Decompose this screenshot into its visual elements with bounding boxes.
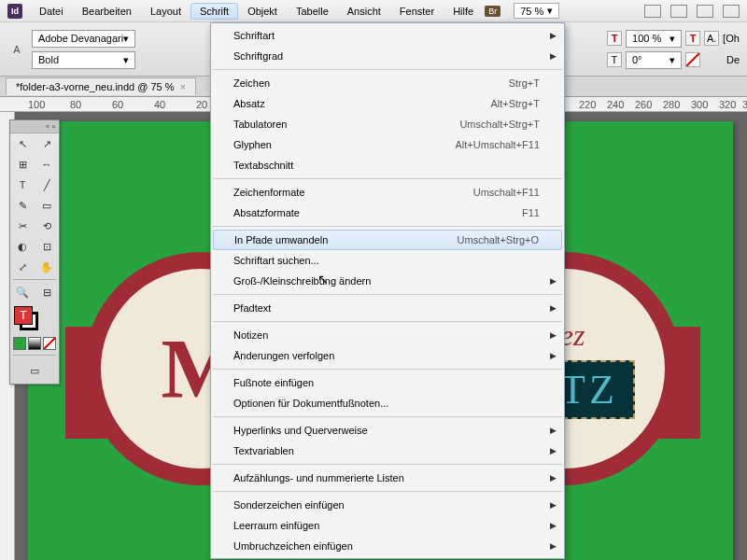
menu-datei[interactable]: Datei (30, 3, 73, 20)
menu-item-textabschnitt[interactable]: Textabschnitt (211, 155, 564, 175)
menu-item-label: Textabschnitt (233, 160, 293, 171)
direct-selection-tool[interactable]: ↗ (35, 133, 59, 154)
menu-item-label: Zeichenformate (233, 187, 304, 198)
toolbox-header[interactable]: « × (10, 120, 59, 133)
submenu-arrow-icon: ▶ (550, 303, 557, 313)
submenu-arrow-icon: ▶ (550, 521, 557, 530)
zoom-value: 75 % (520, 6, 543, 17)
menu-item-zeichenformate[interactable]: ZeichenformateUmschalt+F11 (211, 182, 564, 203)
bridge-badge[interactable]: Br (485, 6, 500, 17)
zoom-level-field[interactable]: 75 % ▾ (514, 3, 559, 19)
view-mode-button[interactable]: ▭ (22, 360, 47, 381)
scale-field[interactable]: 100 %▾ (626, 30, 682, 48)
menu-shortcut: Alt+Umschalt+F11 (456, 139, 540, 150)
apply-gradient-swatch[interactable] (28, 337, 41, 350)
menu-item-absatz[interactable]: AbsatzAlt+Strg+T (211, 93, 564, 114)
submenu-arrow-icon: ▶ (550, 446, 557, 455)
apply-color-swatch[interactable] (13, 337, 26, 350)
menu-item-label: Absatz (233, 98, 265, 109)
char-style-icon[interactable]: A. (704, 31, 719, 46)
hand-tool[interactable]: ✋ (35, 257, 59, 277)
menu-item-schriftart[interactable]: Schriftart▶ (211, 25, 564, 46)
menu-item-textvariablen[interactable]: Textvariablen▶ (211, 441, 564, 461)
menu-item-notizen[interactable]: Notizen▶ (211, 325, 564, 345)
menu-item-label: Hyperlinks und Querverweise (233, 425, 368, 436)
zoom-tool[interactable]: 🔍 (10, 282, 35, 302)
view-icon-3[interactable] (697, 5, 713, 18)
menu-item-schriftgrad[interactable]: Schriftgrad▶ (211, 46, 564, 66)
view-icon-2[interactable] (670, 5, 687, 18)
gap-tool[interactable]: ↔ (35, 154, 59, 175)
note-tool[interactable]: ⊡ (35, 236, 59, 257)
menu-item-sonderzeichen-einf-gen[interactable]: Sonderzeichen einfügen▶ (211, 495, 564, 515)
menu-tabelle[interactable]: Tabelle (287, 3, 338, 20)
truncated-label-2: De (726, 54, 740, 65)
menu-item-schriftart-suchen-[interactable]: Schriftart suchen... (211, 250, 564, 271)
menu-separator (213, 464, 562, 465)
menu-layout[interactable]: Layout (141, 3, 190, 20)
view-icon-4[interactable] (723, 5, 740, 18)
rotation-field[interactable]: 0°▾ (626, 51, 682, 69)
menu-item-in-pfade-umwandeln[interactable]: In Pfade umwandelnUmschalt+Strg+O (213, 230, 562, 250)
menu-item-zeichen[interactable]: ZeichenStrg+T (211, 73, 564, 93)
menu-item-gro-kleinschreibung-ndern[interactable]: Groß-/Kleinschreibung ändern▶ (211, 271, 564, 291)
menu-item-label: Pfadtext (233, 302, 271, 314)
menu-item-optionen-f-r-dokumentfu-noten-[interactable]: Optionen für Dokumentfußnoten... (211, 393, 564, 413)
view-icon-1[interactable] (644, 5, 661, 18)
character-formatting-icon[interactable]: A (7, 41, 26, 58)
menu-item-umbruchzeichen-einf-gen[interactable]: Umbruchzeichen einfügen▶ (211, 536, 564, 556)
line-tool[interactable]: ╱ (35, 175, 59, 195)
menu-item-fu-note-einf-gen[interactable]: Fußnote einfügen (211, 372, 564, 393)
schrift-menu-dropdown: Schriftart▶Schriftgrad▶ZeichenStrg+TAbsa… (210, 22, 565, 559)
menu-item-label: Notizen (233, 329, 268, 341)
rotate-tool[interactable]: ⟲ (35, 216, 59, 236)
menu-item-absatzformate[interactable]: AbsatzformateF11 (211, 203, 564, 223)
menu-item-hyperlinks-und-querverweise[interactable]: Hyperlinks und Querverweise▶ (211, 420, 564, 441)
menu-item-pfadtext[interactable]: Pfadtext▶ (211, 298, 564, 318)
menu-item-label: Zeichen (233, 77, 270, 89)
skew-icon[interactable]: T (607, 52, 622, 67)
menu-hilfe[interactable]: Hilfe (444, 3, 483, 20)
menu-shortcut: Umschalt+Strg+O (458, 234, 539, 245)
font-style-field[interactable]: Bold▾ (32, 51, 135, 69)
gradient-tool[interactable]: ◐ (10, 236, 35, 257)
menu-item-label: Schriftart (233, 30, 275, 41)
apply-none-swatch[interactable] (43, 337, 56, 350)
submenu-arrow-icon: ▶ (550, 473, 557, 483)
menu-item-tabulatoren[interactable]: TabulatorenUmschalt+Strg+T (211, 114, 564, 134)
page-tool[interactable]: ⊞ (10, 154, 35, 175)
type-tool[interactable]: T (10, 175, 35, 195)
menu-schrift[interactable]: Schrift (190, 3, 238, 20)
rectangle-tool[interactable]: ▭ (35, 195, 59, 216)
free-transform-tool[interactable]: ⤢ (10, 257, 35, 277)
menu-item-aufz-hlungs-und-nummerierte-listen[interactable]: Aufzählungs- und nummerierte Listen▶ (211, 468, 564, 488)
no-fill-icon[interactable] (685, 52, 700, 67)
fill-swatch[interactable]: T (14, 306, 33, 325)
scissors-tool[interactable]: ✂ (10, 216, 35, 236)
pen-tool[interactable]: ✎ (10, 195, 35, 216)
menu-item-label: Optionen für Dokumentfußnoten... (233, 398, 388, 409)
menu-separator (213, 321, 562, 322)
menu-shortcut: Umschalt+Strg+T (459, 119, 540, 130)
chevron-down-icon: ▾ (547, 5, 553, 17)
menu-shortcut: Strg+T (509, 77, 540, 89)
close-icon[interactable]: × (180, 81, 186, 92)
menu-separator (213, 178, 562, 179)
char-color-icon[interactable]: T (685, 31, 700, 46)
menu-objekt[interactable]: Objekt (238, 3, 287, 20)
menu-separator (213, 294, 562, 295)
menu-ansicht[interactable]: Ansicht (338, 3, 390, 20)
selection-tool[interactable]: ↖ (10, 133, 35, 154)
menu-item--nderungen-verfolgen[interactable]: Änderungen verfolgen▶ (211, 345, 564, 366)
document-tab[interactable]: *folder-a3-vorne_neu.indd @ 75 % × (6, 77, 196, 95)
menu-item-leerraum-einf-gen[interactable]: Leerraum einfügen▶ (211, 515, 564, 536)
fill-tool[interactable]: ⊟ (35, 282, 59, 302)
menu-bearbeiten[interactable]: Bearbeiten (73, 3, 141, 20)
font-family-field[interactable]: Adobe Devanagari▾ (32, 30, 135, 48)
vertical-scale-icon[interactable]: T (607, 31, 622, 46)
menu-fenster[interactable]: Fenster (390, 3, 444, 20)
menu-item-glyphen[interactable]: GlyphenAlt+Umschalt+F11 (211, 134, 564, 155)
fill-stroke-swatch[interactable]: T (14, 306, 38, 330)
submenu-arrow-icon: ▶ (550, 351, 557, 360)
truncated-label: [Oh (723, 33, 740, 44)
